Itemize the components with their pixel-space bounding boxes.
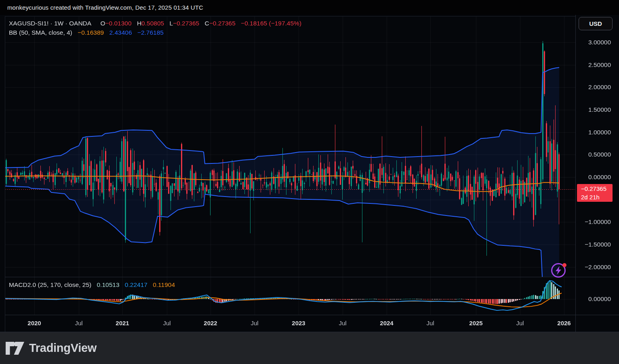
bb-upper-value: 2.43406 <box>109 29 132 36</box>
time-tick-label: 2025 <box>469 320 482 326</box>
bb-legend-row[interactable]: BB (50, SMA, close, 4) −0.16389 2.43406 … <box>9 28 301 37</box>
last-price-label: −0.27365 <box>581 184 613 193</box>
open-value: −0.01300 <box>105 20 132 27</box>
quick-action-button[interactable] <box>550 261 568 279</box>
bb-basis-value: −0.16389 <box>78 29 104 36</box>
bb-lower-value: −2.76185 <box>137 29 164 36</box>
notification-dot <box>562 263 566 267</box>
bb-title: BB (50, SMA, close, 4) <box>9 29 72 36</box>
attribution-text: monkeycurious created with TradingView.c… <box>7 4 203 11</box>
price-tick-label: −1.50000 <box>585 241 611 248</box>
low-value: −0.27365 <box>173 20 199 27</box>
time-scale[interactable]: 2020Jul2021Jul2022Jul2023Jul2024Jul2025J… <box>0 315 575 332</box>
high-value: 0.50805 <box>141 20 164 27</box>
macd-legend-row[interactable]: MACD2.0 (25, 170, close, 25) 0.10513 0.2… <box>9 281 175 289</box>
attribution-bar: monkeycurious created with TradingView.c… <box>0 0 619 15</box>
price-tick-label: 1.00000 <box>588 129 611 136</box>
price-tick-label: 2.50000 <box>588 61 611 69</box>
time-tick-label: 2020 <box>27 320 41 326</box>
time-tick-label: Jul <box>251 320 258 326</box>
symbol-legend-row[interactable]: XAGUSD-SI1! · 1W · OANDA O−0.01300 H0.50… <box>9 19 301 28</box>
time-tick-label: 2026 <box>557 320 571 326</box>
high-label: H <box>137 20 141 27</box>
last-price-badge[interactable]: −0.27365 2d 21h <box>577 184 613 202</box>
bar-countdown: 2d 21h <box>581 193 613 201</box>
price-tick-label: 0.50000 <box>588 151 611 158</box>
footer-bar: TradingView <box>0 332 619 364</box>
lightning-icon <box>550 261 568 279</box>
time-tick-label: 2024 <box>380 320 393 326</box>
chart-canvas[interactable] <box>0 0 619 364</box>
price-tick-label: 1.50000 <box>588 106 611 113</box>
currency-button[interactable]: USD <box>579 17 613 30</box>
macd-signal-value: 0.11904 <box>153 281 175 288</box>
price-tick-label: −2.00000 <box>585 264 611 271</box>
price-tick-label: 0.00000 <box>588 174 611 181</box>
time-tick-label: Jul <box>75 320 82 326</box>
close-label: C <box>204 20 209 27</box>
time-tick-label: Jul <box>516 320 524 326</box>
price-tick-label: 2.00000 <box>588 84 611 91</box>
tradingview-logo-icon <box>6 341 24 356</box>
price-tick-label: 3.00000 <box>588 39 611 46</box>
time-tick-label: Jul <box>163 320 171 326</box>
macd-hist-value: 0.10513 <box>97 281 120 288</box>
price-tick-label: −1.00000 <box>585 218 611 226</box>
macd-title: MACD2.0 (25, 170, close, 25) <box>9 281 91 288</box>
open-label: O <box>100 20 105 27</box>
chart-legend: XAGUSD-SI1! · 1W · OANDA O−0.01300 H0.50… <box>9 19 301 37</box>
time-tick-label: 2021 <box>116 320 129 326</box>
time-tick-label: Jul <box>426 320 434 326</box>
time-tick-label: 2022 <box>204 320 217 326</box>
symbol-title: XAGUSD-SI1! · 1W · OANDA <box>9 20 91 27</box>
price-scale[interactable]: 3.000002.500002.000001.500001.000000.500… <box>576 15 619 332</box>
tradingview-brand-text: TradingView <box>29 341 97 355</box>
time-tick-label: 2023 <box>292 320 305 326</box>
tradingview-snapshot: monkeycurious created with TradingView.c… <box>0 0 619 364</box>
change-value: −0.18165 (−197.45%) <box>241 20 301 27</box>
time-tick-label: Jul <box>339 320 346 326</box>
close-value: −0.27365 <box>209 20 236 27</box>
macd-line-value: 0.22417 <box>125 281 147 288</box>
low-label: L <box>169 20 173 27</box>
macd-zero-label: 0.00000 <box>588 295 611 303</box>
